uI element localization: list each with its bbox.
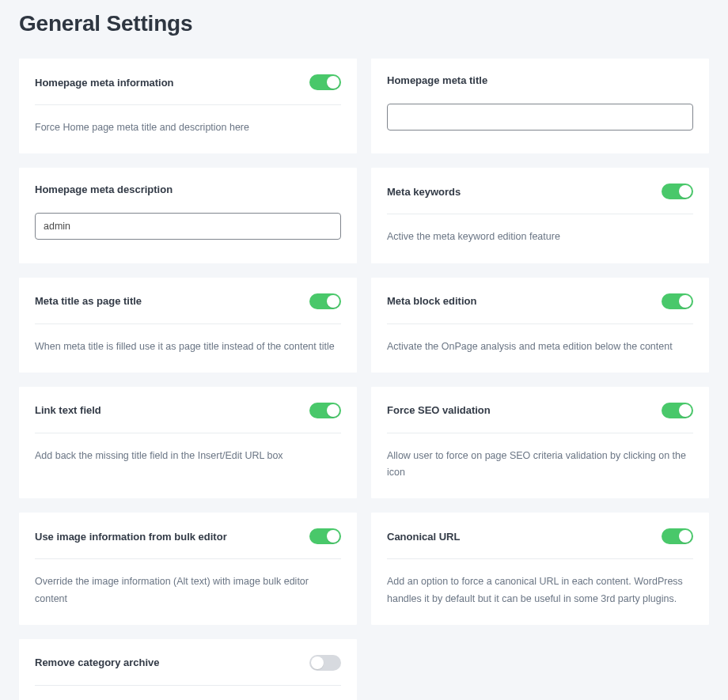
link-text-field-toggle[interactable] <box>309 403 341 418</box>
card-home-meta-desc: Homepage meta description <box>19 168 357 263</box>
card-remove-cat-archive: Remove category archive Remove category … <box>19 639 357 700</box>
home-meta-title-title: Homepage meta title <box>387 74 487 86</box>
card-home-meta-info: Homepage meta information Force Home pag… <box>19 59 357 153</box>
link-text-field-desc: Add back the missing title field in the … <box>35 448 341 464</box>
force-seo-title: Force SEO validation <box>387 404 491 416</box>
home-meta-info-title: Homepage meta information <box>35 77 174 89</box>
force-seo-desc: Allow user to force on page SEO criteria… <box>387 448 693 482</box>
meta-keywords-desc: Active the meta keyword edition feature <box>387 229 693 245</box>
use-image-info-title: Use image information from bulk editor <box>35 531 227 543</box>
home-meta-desc-title: Homepage meta description <box>35 184 173 195</box>
card-meta-title-as-page: Meta title as page title When meta title… <box>19 278 357 373</box>
home-meta-info-toggle[interactable] <box>309 74 341 90</box>
card-meta-block: Meta block edition Activate the OnPage a… <box>371 278 709 373</box>
meta-block-desc: Activate the OnPage analysis and meta ed… <box>387 339 693 355</box>
force-seo-toggle[interactable] <box>662 403 693 418</box>
use-image-info-desc: Override the image information (Alt text… <box>35 573 341 607</box>
canonical-url-title: Canonical URL <box>387 531 460 543</box>
card-force-seo: Force SEO validation Allow user to force… <box>371 387 709 499</box>
remove-cat-archive-toggle[interactable] <box>309 655 341 671</box>
use-image-info-toggle[interactable] <box>309 528 341 544</box>
meta-keywords-toggle[interactable] <box>662 184 693 199</box>
meta-title-as-page-desc: When meta title is filled use it as page… <box>35 339 341 355</box>
card-use-image-info: Use image information from bulk editor O… <box>19 513 357 625</box>
settings-grid: Homepage meta information Force Home pag… <box>19 59 709 700</box>
home-meta-info-desc: Force Home page meta title and descripti… <box>35 119 341 136</box>
card-meta-keywords: Meta keywords Active the meta keyword ed… <box>371 168 709 263</box>
card-home-meta-title: Homepage meta title <box>371 59 709 153</box>
card-canonical-url: Canonical URL Add an option to force a c… <box>371 513 709 625</box>
meta-title-as-page-toggle[interactable] <box>309 293 341 309</box>
meta-title-as-page-title: Meta title as page title <box>35 295 142 307</box>
canonical-url-desc: Add an option to force a canonical URL i… <box>387 573 693 607</box>
remove-cat-archive-title: Remove category archive <box>35 656 160 668</box>
canonical-url-toggle[interactable] <box>662 528 693 544</box>
link-text-field-title: Link text field <box>35 404 101 416</box>
meta-block-toggle[interactable] <box>662 293 693 309</box>
meta-block-title: Meta block edition <box>387 295 476 307</box>
card-link-text-field: Link text field Add back the missing tit… <box>19 387 357 499</box>
home-meta-title-input[interactable] <box>387 104 693 131</box>
page-title: General Settings <box>19 11 709 36</box>
meta-keywords-title: Meta keywords <box>387 186 461 198</box>
home-meta-desc-input[interactable] <box>35 213 341 240</box>
